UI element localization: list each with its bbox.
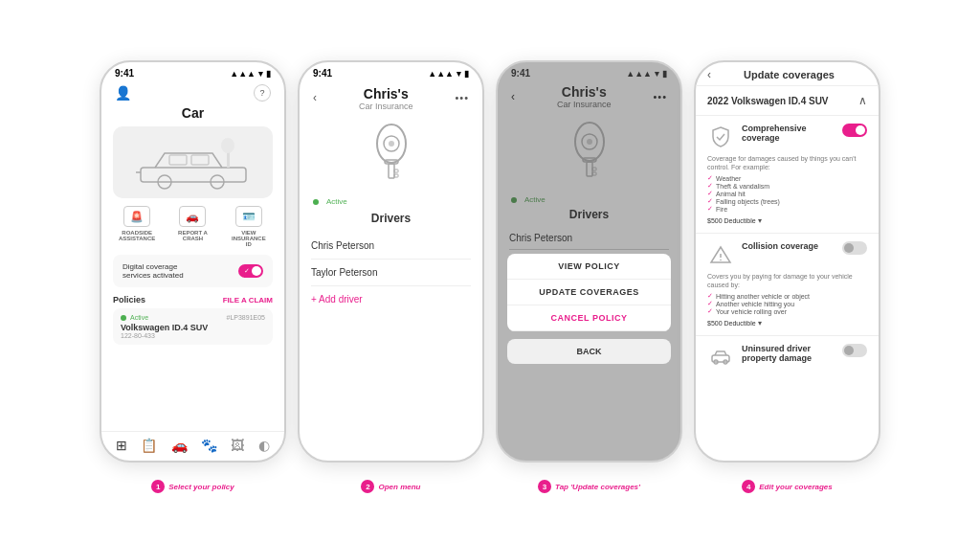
signal-icon-3: ▲▲▲ [626,69,652,79]
insurance-icon: 🪪 [235,206,262,227]
collision-toggle[interactable] [842,241,867,255]
list-falling: Falling objects (trees) [707,197,867,205]
drivers-title-3: Drivers [509,208,669,221]
list-fire: Fire [707,205,867,213]
step-3: 3 Tap 'Update coverages' [496,480,682,493]
screen1-header: 👤 ? [101,80,284,102]
action-buttons: 🚨 ROADSIDE ASSISTANCE 🚗 REPORT A CRASH 🪪… [101,198,284,251]
list-roll: Your vehicle rolling over [707,307,867,315]
driver-item-chris[interactable]: Chris Peterson [311,233,471,260]
step-dot-1: 1 [151,480,165,493]
signal-icon-2: ▲▲▲ [428,69,454,79]
wifi-icon-2: ▾ [457,69,461,79]
deductible-arrow-2: ▾ [758,319,762,327]
shield-icon [709,125,732,148]
step-2: 2 Open menu [298,480,484,493]
policy-id: #LP3891E05 [227,314,265,321]
nav-car2-icon[interactable]: 🚗 [171,438,188,453]
back-menu-btn[interactable]: BACK [507,339,671,364]
policies-header: Policies FILE A CLAIM [113,295,273,305]
more-dots-2[interactable]: ••• [455,92,469,103]
uninsured-name: Uninsured driver property damage [742,344,835,363]
time-3: 9:41 [511,68,530,79]
toggle-circle-coll [844,243,854,253]
cancel-policy-btn[interactable]: CANCEL POLICY [507,305,671,331]
update-coverages-title: Update coverages [711,69,867,80]
status-bar-2: 9:41 ▲▲▲ ▾ ▮ [300,62,482,80]
digital-coverage-text: Digital coverageservices activated [122,262,184,280]
nav-home-icon[interactable]: ⊞ [116,438,127,453]
comprehensive-deductible[interactable]: $500 Deductible ▾ [707,216,867,225]
policy-item[interactable]: Active #LP3891E05 Volkswagen ID.4 SUV 12… [113,308,273,345]
update-coverages-btn[interactable]: UPDATE COVERAGES [507,280,671,305]
step-dot-4: 4 [742,480,755,493]
phone-2: 9:41 ▲▲▲ ▾ ▮ ‹ Chris's Car Insurance ••• [298,60,484,463]
step-dot-3: 3 [538,480,551,493]
svg-point-16 [587,139,592,145]
digital-coverage-toggle[interactable]: ✓ [238,264,263,278]
comprehensive-desc: Coverage for damages caused by things yo… [707,154,867,171]
time-1: 9:41 [115,68,134,79]
wifi-icon-3: ▾ [655,69,659,79]
battery-icon-2: ▮ [464,69,469,79]
svg-rect-3 [169,155,187,165]
help-icon-1[interactable]: ? [254,84,271,102]
nav-photo-icon[interactable]: 🖼 [231,438,244,453]
uninsured-icon [707,344,734,371]
chris-insurance-label-3: Car Insurance [515,100,653,109]
time-2: 9:41 [313,68,332,79]
step-label-2: Open menu [378,483,420,491]
svg-rect-0 [141,168,246,182]
phone-4: ‹ Update coverages 2022 Volkswagen ID.4 … [694,60,880,463]
battery-icon-3: ▮ [662,69,667,79]
keys-illustration-2 [300,115,482,192]
collision-list: Hitting another vehicle or object Anothe… [707,292,867,315]
nav-pet-icon[interactable]: 🐾 [201,438,217,453]
roadside-btn[interactable]: 🚨 ROADSIDE ASSISTANCE [118,206,156,247]
uninsured-info: Uninsured driver property damage [742,344,835,363]
comprehensive-name: Comprehensive coverage [742,124,835,143]
comprehensive-info: Comprehensive coverage [742,124,835,143]
collision-deductible[interactable]: $500 Deductible ▾ [707,319,867,327]
status-bar-1: 9:41 ▲▲▲ ▾ ▮ [101,62,284,80]
svg-rect-4 [191,155,209,165]
insurance-btn[interactable]: 🪪 VIEW INSURANCE ID [230,206,268,247]
status-icons-3: ▲▲▲ ▾ ▮ [626,69,667,79]
svg-point-9 [389,141,394,147]
chris-header-3: Chris's Car Insurance [515,84,653,109]
insurance-label: VIEW INSURANCE ID [230,230,268,247]
status-bar-3: 9:41 ▲▲▲ ▾ ▮ [498,62,680,80]
collision-coverage: Collision coverage Covers you by paying … [696,234,879,336]
drivers-section-3: Drivers Chris Peterson [498,208,680,250]
comprehensive-toggle[interactable] [842,124,867,137]
keys-svg-3 [556,118,623,185]
more-dots-3[interactable]: ••• [653,91,667,102]
toggle-circle-unins [844,346,854,355]
user-icon-1[interactable]: 👤 [115,85,131,101]
toggle-circle [252,266,261,276]
list-hit1: Hitting another vehicle or object [707,292,867,300]
driver-item-taylor[interactable]: Taylor Peterson [311,260,471,286]
crash-label: REPORT A CRASH [173,230,212,241]
crash-btn[interactable]: 🚗 REPORT A CRASH [173,206,212,247]
car-icon-coverage [709,346,732,369]
add-driver-btn[interactable]: + Add driver [311,286,471,312]
chevron-up-icon[interactable]: ∧ [858,94,867,107]
nav-more2-icon[interactable]: ◐ [258,438,270,453]
uninsured-toggle[interactable] [842,344,867,357]
battery-icon-1: ▮ [266,69,271,79]
main-container: 9:41 ▲▲▲ ▾ ▮ 👤 ? Car [90,41,890,501]
keys-illustration-3 [498,113,680,190]
toggle-circle-comp [856,125,865,135]
comprehensive-coverage: Comprehensive coverage Coverage for dama… [696,116,879,234]
digital-coverage-row: Digital coverageservices activated ✓ [113,255,273,287]
comprehensive-row: Comprehensive coverage [707,124,867,150]
view-policy-btn[interactable]: VIEW POLICY [507,254,671,280]
collision-desc: Covers you by paying for damage to your … [707,272,867,289]
nav-doc-icon[interactable]: 📋 [141,438,157,453]
chris-header-2: Chris's Car Insurance [317,84,455,111]
step-4: 4 Edit your coverages [694,480,880,493]
list-theft: Theft & vandalism [707,182,867,190]
list-hit2: Another vehicle hitting you [707,300,867,307]
file-claim-btn[interactable]: FILE A CLAIM [223,296,273,305]
